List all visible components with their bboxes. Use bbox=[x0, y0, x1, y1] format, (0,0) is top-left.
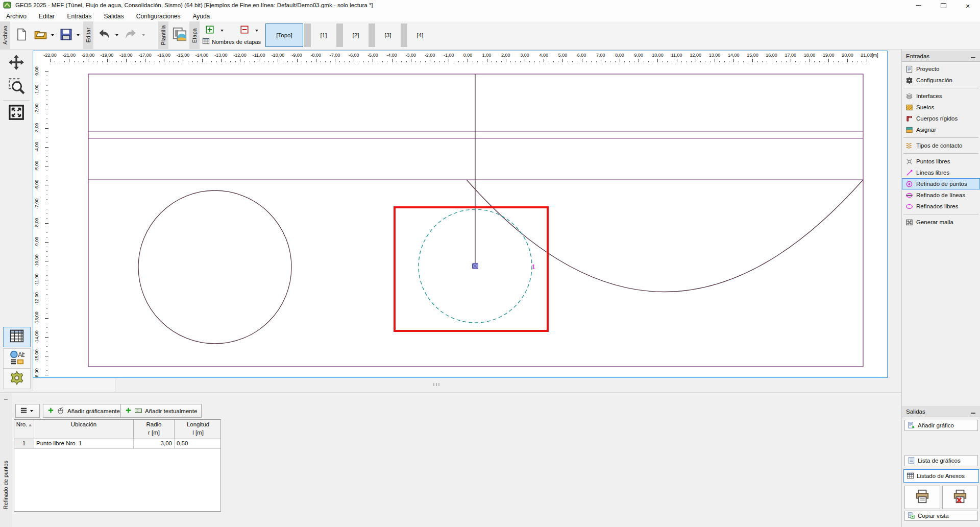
svg-text:Ab: Ab bbox=[18, 351, 24, 358]
entradas-item-generar-malla[interactable]: Generar malla bbox=[902, 217, 980, 228]
stage-tab--2-[interactable]: [2] bbox=[344, 23, 368, 47]
table-view-button[interactable] bbox=[3, 327, 31, 347]
menu-item-salidas[interactable]: Salidas bbox=[104, 13, 124, 20]
column-header-longitud[interactable]: Longitudl [m] bbox=[175, 420, 222, 439]
keyboard-icon bbox=[134, 406, 142, 416]
graphics-list-icon bbox=[908, 457, 915, 465]
menu-item-editar[interactable]: Editar bbox=[39, 13, 55, 20]
tunnel-arc-line bbox=[467, 180, 863, 292]
free-lines-icon bbox=[905, 169, 913, 177]
zoom-selection-icon bbox=[8, 77, 25, 97]
entradas-title: Entradas bbox=[906, 53, 929, 59]
frame-title-vertical: Refinado de puntos bbox=[1, 447, 11, 523]
print-template-button[interactable] bbox=[170, 23, 189, 47]
chevron-down-icon bbox=[51, 34, 54, 36]
redo-button[interactable] bbox=[121, 23, 140, 47]
chevron-down-icon bbox=[115, 34, 118, 36]
column-label: Radio bbox=[134, 421, 174, 427]
toolbar-group-plantilla: Plantilla bbox=[158, 21, 168, 49]
entradas-item-interfaces[interactable]: Interfaces bbox=[902, 90, 980, 102]
stage-tab--topo-[interactable]: [Topo] bbox=[265, 23, 303, 47]
refinement-table[interactable]: Nro.UbicaciónRadior [m]Longitudl [m] 1Pu… bbox=[14, 419, 221, 512]
frame-grip[interactable] bbox=[4, 399, 8, 401]
column-header-ubicacion[interactable]: Ubicación bbox=[34, 420, 134, 439]
add-graphic-button[interactable]: Añadir gráfico bbox=[904, 420, 978, 431]
entradas-item-lineas-libres[interactable]: Líneas libres bbox=[902, 167, 980, 178]
entradas-item-configuracion[interactable]: Configuración bbox=[902, 75, 980, 86]
cell-ubicacion: Punto libre Nro. 1 bbox=[34, 439, 134, 448]
zoom-select-tool-button[interactable] bbox=[6, 77, 27, 97]
redo-icon bbox=[124, 27, 138, 43]
annex-list-button[interactable]: Listado de Anexos bbox=[903, 469, 979, 483]
drawing-settings-button[interactable] bbox=[3, 369, 31, 389]
add-textually-button[interactable]: Añadir textualmente bbox=[120, 404, 202, 418]
column-header-nro-[interactable]: Nro. bbox=[14, 420, 34, 439]
splitter-handle[interactable] bbox=[33, 378, 115, 392]
table-header: Nro.UbicaciónRadior [m]Longitudl [m] bbox=[14, 420, 220, 439]
add-graphically-button[interactable]: Añadir gráficamente bbox=[43, 404, 125, 418]
entradas-item-puntos-libres[interactable]: Puntos libres bbox=[902, 156, 980, 167]
plus-icon bbox=[47, 407, 54, 415]
chevron-down-icon bbox=[220, 30, 224, 32]
save-file-button[interactable] bbox=[57, 23, 75, 47]
splitter-grip[interactable] bbox=[429, 382, 444, 387]
geo5-application-window: { "window": { "title": "GEO5 2025 - MEF … bbox=[0, 0, 980, 527]
new-file-button[interactable] bbox=[12, 23, 31, 47]
table-menu-button[interactable] bbox=[15, 404, 40, 418]
copy-view-button[interactable]: Copiar vista bbox=[904, 511, 978, 521]
menu-item-entradas[interactable]: Entradas bbox=[67, 13, 91, 20]
remove-stage-button[interactable] bbox=[238, 25, 251, 37]
entradas-panel-header: Entradas bbox=[902, 51, 980, 62]
entradas-item-proyecto[interactable]: Proyecto bbox=[902, 63, 980, 75]
save-file-dropdown[interactable] bbox=[75, 23, 81, 47]
entradas-item-cuerpos-rigidos[interactable]: Cuerpos rígidos bbox=[902, 113, 980, 124]
move-arrows-icon bbox=[8, 54, 25, 73]
stage-tab--1-[interactable]: [1] bbox=[312, 23, 335, 47]
table-row[interactable]: 1Punto libre Nro. 13,000,50 bbox=[14, 439, 220, 449]
entradas-item-tipos-de-contacto[interactable]: Tipos de contacto bbox=[902, 140, 980, 151]
stage-names-toggle[interactable]: Nombres de etapas bbox=[202, 37, 261, 46]
maximize-icon bbox=[941, 3, 946, 8]
printer-icon bbox=[915, 489, 930, 506]
free-point-marker[interactable] bbox=[473, 264, 478, 269]
open-file-dropdown[interactable] bbox=[49, 23, 56, 47]
maximize-button[interactable] bbox=[931, 0, 955, 11]
close-button[interactable] bbox=[955, 0, 980, 11]
entradas-item-label: Asignar bbox=[916, 127, 936, 133]
panel-separator bbox=[903, 214, 978, 214]
salidas-counters: Refinado de puntos :0Total :0 bbox=[904, 433, 977, 454]
refinement-number-label: 1 bbox=[532, 264, 535, 271]
add-stage-button[interactable] bbox=[203, 25, 216, 37]
collapse-panel-icon[interactable] bbox=[971, 57, 975, 58]
menu-item-configuraciones[interactable]: Configuraciones bbox=[136, 13, 181, 20]
column-header-radio[interactable]: Radior [m] bbox=[134, 420, 175, 439]
fit-screen-icon bbox=[8, 104, 25, 123]
open-file-button[interactable] bbox=[32, 23, 49, 47]
add-stage-dropdown[interactable] bbox=[217, 25, 227, 37]
add-textually-label: Añadir textualmente bbox=[145, 408, 197, 414]
undo-button[interactable] bbox=[95, 23, 113, 47]
remove-stage-dropdown[interactable] bbox=[252, 25, 261, 37]
assign-icon bbox=[905, 126, 913, 134]
entradas-item-suelos[interactable]: Suelos bbox=[902, 102, 980, 113]
menu-item-ayuda[interactable]: Ayuda bbox=[192, 13, 210, 20]
stage-tab--4-[interactable]: [4] bbox=[408, 23, 432, 47]
stage-tab--3-[interactable]: [3] bbox=[376, 23, 400, 47]
redo-dropdown[interactable] bbox=[140, 23, 146, 47]
pan-tool-button[interactable] bbox=[6, 53, 27, 74]
print-button[interactable] bbox=[904, 486, 940, 509]
entradas-item-refinado-de-lineas[interactable]: Refinado de líneas bbox=[902, 189, 980, 201]
print-cancel-button[interactable] bbox=[942, 486, 978, 509]
entradas-item-refinados-libres[interactable]: Refinados libres bbox=[902, 201, 980, 212]
annotation-settings-button[interactable]: Ab bbox=[3, 348, 31, 369]
entradas-item-asignar[interactable]: Asignar bbox=[902, 124, 980, 135]
toolbar-group-etapa: Etapa bbox=[189, 21, 200, 49]
collapse-panel-icon[interactable] bbox=[971, 413, 975, 414]
fit-view-button[interactable] bbox=[6, 103, 27, 124]
entradas-item-refinado-de-puntos[interactable]: Refinado de puntos bbox=[902, 178, 980, 189]
menu-item-archivo[interactable]: Archivo bbox=[6, 13, 27, 20]
drawing-canvas[interactable]: -22,00-21,00-20,00-19,00-18,00-17,00-16,… bbox=[33, 51, 888, 378]
undo-dropdown[interactable] bbox=[113, 23, 120, 47]
minimize-button[interactable] bbox=[906, 0, 931, 11]
graphics-list-button[interactable]: Lista de gráficos bbox=[904, 455, 978, 466]
